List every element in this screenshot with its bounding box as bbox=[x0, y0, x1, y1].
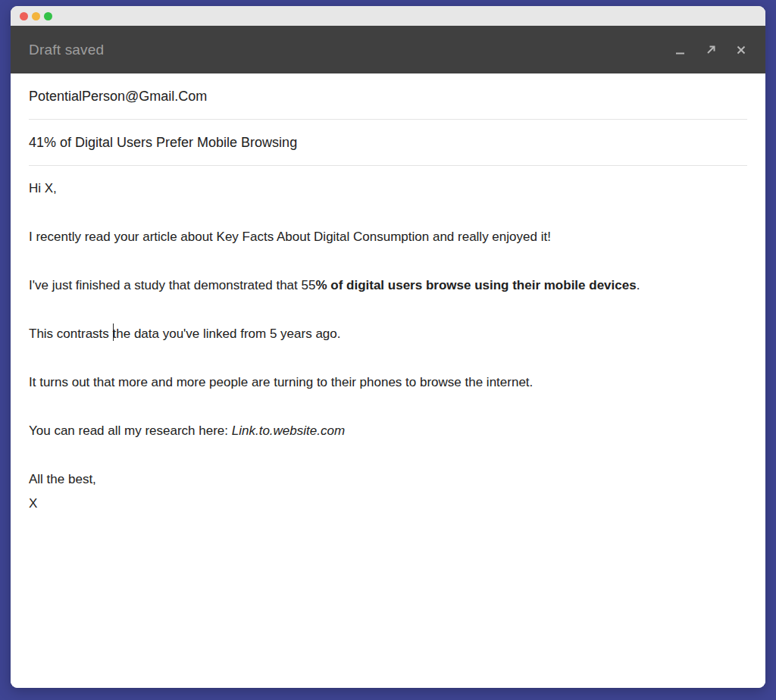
subject-field-value: 41% of Digital Users Prefer Mobile Brows… bbox=[29, 135, 297, 151]
email-body[interactable]: Hi X,I recently read your article about … bbox=[11, 166, 765, 516]
close-button[interactable] bbox=[734, 42, 749, 58]
to-field-value: PotentialPerson@Gmail.Com bbox=[29, 89, 207, 105]
popout-arrow-icon bbox=[703, 42, 718, 58]
body-paragraph: I recently read your article about Key F… bbox=[29, 225, 747, 249]
body-paragraph: All the best,X bbox=[29, 467, 747, 516]
desktop: { "colors": { "desktop_background": "#3e… bbox=[0, 0, 776, 700]
traffic-light-close[interactable] bbox=[20, 12, 28, 20]
traffic-light-zoom[interactable] bbox=[44, 12, 52, 20]
body-paragraph: I've just finished a study that demonstr… bbox=[29, 273, 747, 298]
traffic-light-minimize[interactable] bbox=[32, 12, 40, 20]
draft-status-text: Draft saved bbox=[29, 42, 104, 58]
window-controls bbox=[673, 42, 749, 58]
macos-titlebar[interactable] bbox=[11, 6, 765, 26]
subject-field[interactable]: 41% of Digital Users Prefer Mobile Brows… bbox=[11, 120, 765, 165]
to-field[interactable]: PotentialPerson@Gmail.Com bbox=[11, 73, 765, 119]
body-paragraph: Hi X, bbox=[29, 177, 747, 201]
popout-button[interactable] bbox=[703, 42, 718, 58]
minimize-icon bbox=[673, 42, 688, 58]
body-paragraph: It turns out that more and more people a… bbox=[29, 370, 747, 395]
compose-content: PotentialPerson@Gmail.Com 41% of Digital… bbox=[11, 73, 765, 688]
close-icon bbox=[734, 42, 749, 58]
body-paragraph: You can read all my research here: Link.… bbox=[29, 419, 747, 443]
body-paragraph: This contrasts the data you've linked fr… bbox=[29, 322, 747, 346]
compose-window: Draft saved bbox=[11, 6, 765, 688]
minimize-button[interactable] bbox=[673, 42, 688, 58]
compose-header: Draft saved bbox=[11, 26, 765, 73]
